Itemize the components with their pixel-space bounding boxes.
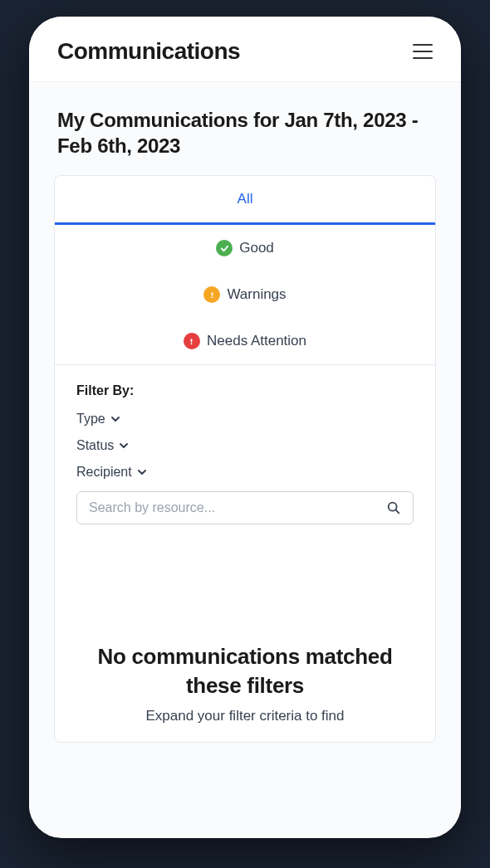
empty-state-title: No communications matched these filters [88,642,402,700]
tab-warnings-label: Warnings [227,286,286,303]
filter-status-dropdown[interactable]: Status [76,438,414,453]
main-card: All Good Warnings [54,175,436,743]
filter-recipient-label: Recipient [76,465,132,480]
empty-state-subtitle: Expand your filter criteria to find [88,706,402,726]
filter-section: Filter By: Type Status Recipient [55,365,435,543]
svg-rect-2 [191,339,193,342]
page-title: My Communications for Jan 7th, 2023 - Fe… [29,82,461,175]
search-input[interactable] [89,500,386,515]
tab-needs-attention[interactable]: Needs Attention [55,318,435,364]
content-area: My Communications for Jan 7th, 2023 - Fe… [29,82,461,837]
search-box[interactable] [76,491,414,524]
filter-status-label: Status [76,438,114,453]
tab-good-label: Good [239,240,274,256]
filter-title: Filter By: [76,383,414,398]
alert-circle-icon [184,333,200,349]
search-icon [386,500,401,515]
svg-point-1 [211,296,213,298]
empty-state: No communications matched these filters … [55,543,435,742]
tab-needs-attention-label: Needs Attention [207,333,306,349]
filter-recipient-dropdown[interactable]: Recipient [76,465,414,480]
tab-all-label: All [238,191,253,207]
filter-type-dropdown[interactable]: Type [76,412,414,427]
chevron-down-icon [119,441,129,451]
svg-rect-0 [211,292,213,295]
app-header: Communications [29,17,461,82]
filter-type-label: Type [76,412,105,427]
tab-all[interactable]: All [55,176,435,225]
chevron-down-icon [137,467,147,477]
app-frame: Communications My Communications for Jan… [29,17,461,838]
svg-point-3 [191,343,193,344]
hamburger-menu-icon[interactable] [413,44,433,59]
status-tabs: All Good Warnings [55,176,435,364]
tab-warnings[interactable]: Warnings [55,271,435,318]
app-title: Communications [57,38,240,65]
chevron-down-icon [110,414,120,424]
check-circle-icon [216,240,233,256]
exclamation-circle-icon [203,286,220,303]
tab-good[interactable]: Good [55,225,435,271]
